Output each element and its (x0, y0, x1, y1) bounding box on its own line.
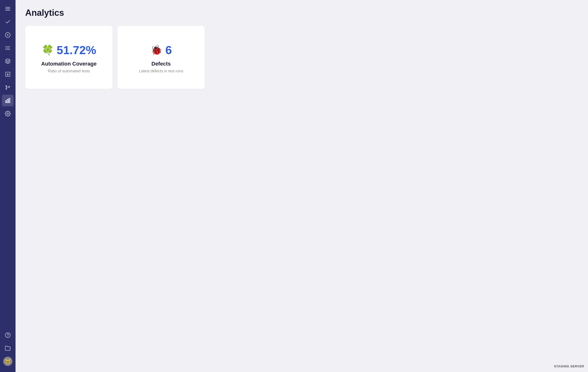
sidebar-item-import[interactable] (2, 68, 14, 80)
svg-rect-15 (6, 100, 7, 103)
analytics-icon (5, 98, 11, 103)
svg-marker-4 (7, 34, 9, 36)
sidebar: 🐱 (0, 0, 16, 372)
check-icon (5, 19, 11, 25)
import-icon (5, 71, 11, 77)
sidebar-item-run[interactable] (2, 29, 14, 41)
sidebar-top (2, 3, 14, 329)
main-content: Analytics 🍀 51.72% Automation Coverage R… (16, 0, 588, 372)
sidebar-item-git[interactable] (2, 82, 14, 93)
avatar: 🐱 (3, 357, 12, 366)
sidebar-item-help[interactable] (2, 329, 14, 341)
coverage-title: Automation Coverage (41, 61, 97, 67)
sidebar-item-avatar[interactable]: 🐱 (2, 355, 14, 367)
play-icon (5, 32, 11, 38)
coverage-value: 51.72% (57, 44, 96, 57)
coverage-subtitle: Ratio of automated tests (48, 69, 90, 73)
svg-point-18 (7, 113, 9, 114)
hamburger-icon (5, 6, 11, 12)
sidebar-item-tests[interactable] (2, 16, 14, 28)
defects-subtitle: Latest defects in test runs (139, 69, 183, 73)
card-value-row-coverage: 🍀 51.72% (42, 44, 96, 57)
svg-rect-16 (7, 99, 8, 103)
defects-emoji: 🐞 (150, 45, 163, 55)
defects-card: 🐞 6 Defects Latest defects in test runs (117, 26, 205, 89)
page-title: Analytics (25, 8, 578, 18)
sidebar-item-test-cases[interactable] (2, 42, 14, 54)
sidebar-item-layers[interactable] (2, 55, 14, 67)
git-icon (5, 85, 11, 90)
svg-marker-8 (5, 59, 10, 61)
sidebar-item-analytics[interactable] (2, 95, 14, 106)
layers-icon (5, 58, 11, 64)
list-check-icon (5, 45, 11, 51)
settings-icon (5, 111, 11, 117)
sidebar-menu-toggle[interactable] (2, 3, 14, 15)
cards-row: 🍀 51.72% Automation Coverage Ratio of au… (25, 26, 578, 89)
sidebar-bottom: 🐱 (2, 329, 14, 369)
sidebar-item-folder[interactable] (2, 342, 14, 354)
card-value-row-defects: 🐞 6 (150, 44, 172, 57)
coverage-emoji: 🍀 (42, 45, 54, 55)
automation-coverage-card: 🍀 51.72% Automation Coverage Ratio of au… (25, 26, 113, 89)
folder-icon (5, 345, 11, 351)
defects-title: Defects (151, 61, 170, 67)
help-icon (5, 332, 11, 338)
staging-server-badge: STAGING SERVER (554, 364, 584, 368)
defects-value: 6 (165, 44, 172, 57)
svg-rect-17 (9, 98, 10, 103)
sidebar-item-settings[interactable] (2, 108, 14, 120)
